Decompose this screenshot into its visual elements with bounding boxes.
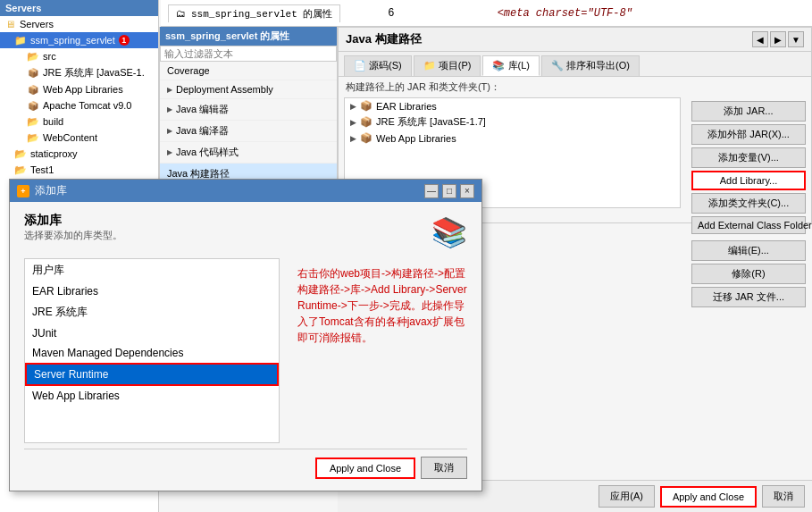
sidebar-item-jre[interactable]: 📦 JRE 系统库 [JavaSE-1. [0,64,158,81]
dialog-title-text: 添加库 [35,183,67,198]
cancel-btn[interactable]: 取消 [762,485,805,508]
source-tab-icon: 📄 [354,60,366,71]
nav-back-btn[interactable]: ◀ [752,31,768,47]
add-class-folder-btn[interactable]: 添加类文件夹(C)... [691,193,806,214]
add-library-btn[interactable]: Add Library... [691,171,806,190]
lib-type-maven[interactable]: Maven Managed Dependencies [25,343,279,363]
dialog-maximize-btn[interactable]: □ [442,184,456,198]
tab-source[interactable]: 📄 源码(S) [344,55,412,76]
code-tab-bar: 🗂 ssm_spring_servlet 的属性 6 <meta charset… [161,0,812,27]
dialog-title-left: + 添加库 [17,183,67,198]
annotation-text: 右击你的web项目->构建路径->配置构建路径->库->Add Library-… [297,267,467,344]
build-path-nav: ◀ ▶ ▼ [752,31,804,47]
dialog-cancel-btn[interactable]: 取消 [421,457,467,479]
props-list: Coverage Deployment Assembly Java 编辑器 Ja… [160,62,337,185]
tab-icon: 🗂 [176,8,186,20]
dialog-title-row: 添加库 选择要添加的库类型。 📚 [24,213,467,251]
dialog-close-btn[interactable]: × [460,184,474,198]
props-item-deployment[interactable]: Deployment Assembly [160,80,337,99]
projects-tab-icon: 📁 [423,60,436,71]
sidebar-item-label: Servers [20,19,54,29]
library-type-list: 用户库 EAR Libraries JRE 系统库 JUnit Maven Ma… [24,258,280,443]
tab-order[interactable]: 🔧 排序和导出(O) [541,55,640,76]
webapp-lib-label: Web App Libraries [376,133,456,144]
sidebar-item-webapp[interactable]: 📦 Web App Libraries [0,81,158,97]
sidebar-item-staticproxy[interactable]: 📂 staticproxy [0,146,158,162]
build-path-title: Java 构建路径 [346,31,422,47]
webapp-lib-icon: 📦 [360,132,373,144]
add-jar-btn[interactable]: 添加 JAR... [691,101,806,122]
server-icon: 🖥 [4,18,16,30]
source-tab-label: 源码(S) [369,60,402,71]
props-title: ssm_spring_servlet 的属性 [165,30,289,41]
code-line: 6 <meta charset="UTF-8" [344,7,805,20]
add-external-class-folder-btn[interactable]: Add External Class Folder... [691,216,806,234]
sidebar-title: Servers [5,3,41,13]
sidebar-item-tomcat-label: Apache Tomcat v9.0 [43,100,131,111]
sidebar-item-build[interactable]: 📂 build [0,113,158,130]
nav-menu-btn[interactable]: ▼ [788,31,804,47]
sidebar-item-tomcat[interactable]: 📦 Apache Tomcat v9.0 [0,97,158,113]
lib-type-junit[interactable]: JUnit [25,323,279,343]
lib-type-jre[interactable]: JRE 系统库 [25,301,279,323]
sidebar-item-servers[interactable]: 🖥 Servers [0,16,158,32]
lib-type-ear[interactable]: EAR Libraries [25,281,279,301]
tab-title: ssm_spring_servlet 的属性 [191,7,332,21]
jar-item-ear[interactable]: ▶ 📦 EAR Libraries [345,98,680,113]
libraries-tab-label: 库(L) [508,60,530,71]
ear-expand-icon: ▶ [350,102,356,111]
dialog-minimize-btn[interactable]: — [424,184,439,198]
lib-type-server-runtime[interactable]: Server Runtime [25,363,279,386]
sidebar-header: Servers [0,0,158,16]
tab-libraries[interactable]: 📚 库(L) [482,55,540,76]
props-item-java-code-style[interactable]: Java 代码样式 [160,142,337,164]
ear-lib-icon: 📦 [360,100,373,112]
src-icon: 📂 [27,50,39,63]
project-icon: 📁 [14,34,27,46]
remove-btn[interactable]: 修除(R) [691,264,806,284]
tomcat-icon: 📦 [27,99,39,112]
jre-icon: 📦 [27,67,39,80]
nav-fwd-btn[interactable]: ▶ [770,31,786,47]
jre-expand-icon: ▶ [350,118,356,127]
props-item-java-editor[interactable]: Java 编辑器 [160,99,337,121]
sidebar-item-build-label: build [43,116,63,127]
build-icon: 📂 [27,115,39,128]
webcontent-icon: 📂 [27,131,39,144]
jar-item-webapp[interactable]: ▶ 📦 Web App Libraries [345,130,680,146]
webapp-icon: 📦 [27,83,39,96]
apply-close-btn[interactable]: Apply and Close [660,486,757,508]
sidebar-item-src-label: src [43,51,56,62]
sidebar-item-src[interactable]: 📂 src [0,48,158,64]
migrate-jar-btn[interactable]: 迁移 JAR 文件... [691,287,806,307]
code-tab[interactable]: 🗂 ssm_spring_servlet 的属性 [168,4,340,22]
lib-type-user[interactable]: 用户库 [25,259,279,281]
sidebar-item-webcontent[interactable]: 📂 WebContent [0,130,158,146]
jar-button-panel: 添加 JAR... 添加外部 JAR(X)... 添加变量(V)... Add … [686,97,811,214]
lib-type-webapp[interactable]: Web App Libraries [25,386,279,406]
jre-lib-label: JRE 系统库 [JavaSE-1.7] [376,115,486,129]
props-item-java-compiler[interactable]: Java 编泽器 [160,121,337,142]
build-path-header: Java 构建路径 ◀ ▶ ▼ [339,28,811,52]
props-item-coverage[interactable]: Coverage [160,62,337,80]
sidebar-item-ssm[interactable]: 📁 ssm_spring_servlet 1 [0,32,158,48]
apply-btn[interactable]: 应用(A) [599,485,655,508]
dialog-main-title: 添加库 [24,213,122,229]
jar-item-jre[interactable]: ▶ 📦 JRE 系统库 [JavaSE-1.7] [345,113,680,130]
dialog-window-controls: — □ × [424,184,474,198]
edit-btn[interactable]: 编辑(E)... [691,240,806,261]
sidebar-item-test1[interactable]: 📂 Test1 [0,162,158,178]
jar-section-label: 构建路径上的 JAR 和类文件夹(T)： [339,77,811,97]
projects-tab-label: 项目(P) [439,60,472,71]
dialog-body: 添加库 选择要添加的库类型。 📚 用户库 EAR Libraries JRE 系… [10,202,481,490]
add-library-dialog: + 添加库 — □ × 添加库 选择要添加的库类型。 📚 用户库 EAR Lib [9,179,482,491]
filter-input[interactable] [160,46,337,62]
dialog-apply-close-btn[interactable]: Apply and Close [315,457,415,479]
tab-projects[interactable]: 📁 项目(P) [414,55,481,76]
add-variable-btn[interactable]: 添加变量(V)... [691,147,806,168]
props-header: ssm_spring_servlet 的属性 [160,27,337,46]
jre-lib-icon: 📦 [360,116,373,128]
sidebar-item-test1-label: Test1 [30,164,54,175]
ear-label: EAR Libraries [376,101,437,112]
add-external-jar-btn[interactable]: 添加外部 JAR(X)... [691,124,806,145]
